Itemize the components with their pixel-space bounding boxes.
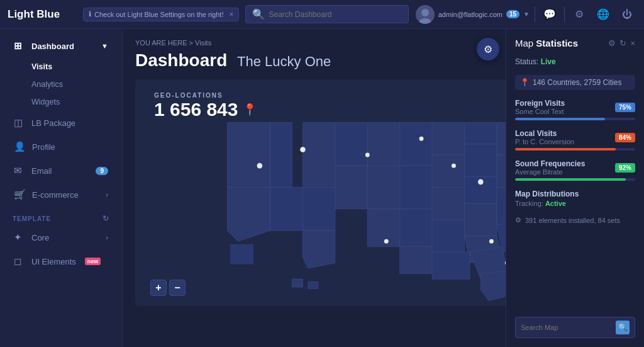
search-map-button[interactable]: 🔍	[616, 321, 630, 334]
installed-text: 391 elements installed, 84 sets	[525, 217, 620, 224]
svg-marker-6	[303, 123, 335, 188]
stat-foreign-pct: 75%	[615, 103, 635, 112]
ecommerce-icon: 🛒	[14, 189, 26, 200]
sidebar-item-profile[interactable]: 👤 Profile	[4, 135, 118, 158]
svg-marker-5	[270, 187, 303, 230]
svg-marker-20	[464, 144, 496, 176]
core-chevron-icon: ›	[106, 234, 108, 241]
sidebar-sub-visits[interactable]: Visits	[4, 59, 118, 75]
stat-foreign-info: Foreign Visits Some Cool Text	[515, 99, 565, 115]
svg-marker-21	[432, 187, 464, 219]
stat-row-sound-header: Sound Frequencies Average Bitrate 92%	[515, 159, 635, 176]
refresh-icon[interactable]: ↻	[103, 214, 109, 223]
stats-title-prefix: Map	[515, 38, 533, 48]
tracking-value: Active	[545, 200, 566, 207]
svg-marker-9	[303, 187, 335, 230]
geo-overlay: GEO-LOCATIONS 1 656 843 📍	[154, 92, 257, 120]
ecommerce-chevron-icon: ›	[106, 191, 108, 198]
sidebar-item-dashboard[interactable]: ⊞ Dashboard ▼	[4, 35, 118, 57]
tracking-label: Tracking:	[515, 200, 543, 207]
svg-point-46	[384, 239, 388, 244]
nav-separator-1	[535, 7, 535, 22]
sidebar-item-core[interactable]: ✦ Core ›	[4, 226, 118, 249]
svg-marker-8	[335, 166, 367, 209]
stat-sound-title: Sound Frequencies	[515, 159, 585, 168]
stat-foreign-sub: Some Cool Text	[515, 108, 565, 115]
stats-title: Map Statistics	[515, 38, 578, 48]
search-input[interactable]	[269, 10, 402, 19]
info-icon: ℹ	[89, 10, 91, 18]
search-map-input[interactable]	[521, 324, 612, 331]
map-zoom-out-button[interactable]: −	[169, 280, 186, 296]
tracking-status: Tracking: Active	[515, 200, 635, 207]
stat-local-title: Local Visits	[515, 129, 574, 138]
template-section: TEMPLATE ↻	[0, 207, 122, 225]
geo-label: GEO-LOCATIONS	[154, 92, 257, 99]
geo-count: 1 656 843 📍	[154, 99, 257, 120]
page-subtitle: The Lucky One	[237, 54, 331, 69]
dashboard-icon: ⊞	[14, 40, 25, 52]
power-button[interactable]: ⏻	[618, 5, 636, 24]
stat-row-foreign-header: Foreign Visits Some Cool Text 75%	[515, 99, 635, 115]
float-settings-button[interactable]: ⚙	[477, 38, 499, 60]
chevron-down-icon: ▼	[523, 11, 530, 18]
settings-button[interactable]: ⚙	[570, 5, 589, 24]
sidebar-item-email[interactable]: ✉ Email 9	[4, 159, 118, 182]
svg-marker-24	[432, 220, 464, 252]
ui-icon: ◻	[14, 256, 25, 267]
main-layout: ⊞ Dashboard ▼ Visits Analytics Widgets ◫…	[0, 29, 644, 347]
stat-distributions: Map Distributions Tracking: Active	[515, 190, 635, 207]
stat-row-local-header: Local Visits P. to C. Conversion 84%	[515, 129, 635, 145]
svg-marker-12	[399, 123, 431, 166]
stats-close-icon[interactable]: ×	[630, 38, 635, 48]
location-text: 146 Countries, 2759 Cities	[533, 78, 621, 87]
sidebar-item-lb-package[interactable]: ◫ LB Package	[4, 111, 118, 134]
chevron-icon: ▼	[101, 42, 108, 50]
sidebar-sub-widgets[interactable]: Widgets	[4, 94, 118, 110]
profile-icon: 👤	[14, 141, 26, 152]
globe-button[interactable]: 🌐	[594, 5, 613, 24]
stats-title-suffix: Statistics	[536, 38, 578, 48]
stats-refresh-icon[interactable]: ↻	[619, 38, 626, 48]
svg-marker-4	[227, 187, 270, 241]
chat-button[interactable]: 💬	[540, 5, 559, 24]
svg-marker-13	[367, 166, 399, 209]
map-zoom-in-button[interactable]: +	[150, 280, 167, 296]
svg-point-38	[257, 163, 262, 169]
top-search-bar: 🔍	[245, 5, 409, 23]
sidebar-item-ui-elements[interactable]: ◻ UI Elements new	[4, 250, 118, 273]
sidebar-label-email: Email	[31, 166, 52, 176]
svg-marker-2	[227, 123, 270, 188]
page-title-main: Dashboard	[135, 50, 227, 70]
svg-point-1	[419, 18, 431, 24]
svg-point-0	[421, 9, 429, 16]
svg-point-42	[452, 164, 456, 168]
close-banner-button[interactable]: ×	[229, 10, 233, 19]
svg-marker-15	[367, 209, 399, 247]
info-text: Check out Light Blue Settings on the rig…	[94, 11, 223, 18]
stat-status: Status: Live	[515, 57, 635, 66]
svg-marker-23	[399, 247, 431, 274]
geo-count-value: 1 656 843	[154, 99, 238, 120]
stat-local-sub: P. to C. Conversion	[515, 138, 574, 145]
sidebar-label-core: Core	[31, 233, 49, 242]
sidebar: ⊞ Dashboard ▼ Visits Analytics Widgets ◫…	[0, 29, 123, 347]
stat-local-bar-bg	[515, 148, 635, 151]
svg-marker-36	[292, 279, 303, 287]
sidebar-item-ecommerce[interactable]: 🛒 E-commerce ›	[4, 183, 118, 206]
svg-marker-35	[230, 244, 253, 264]
stat-foreign-title: Foreign Visits	[515, 99, 565, 108]
stat-location: 📍 146 Countries, 2759 Cities	[515, 75, 635, 90]
stat-installed: ⚙ 391 elements installed, 84 sets	[515, 216, 635, 224]
user-menu[interactable]: admin@flatlogic.com 15 ▼	[416, 5, 530, 24]
sidebar-label-dashboard: Dashboard	[31, 42, 74, 51]
svg-marker-14	[399, 166, 431, 209]
stat-sound-bar	[515, 178, 626, 181]
map-controls: + −	[150, 280, 186, 296]
stats-settings-icon[interactable]: ⚙	[608, 38, 616, 48]
sidebar-label-lb-package: LB Package	[31, 118, 75, 128]
stats-actions: ⚙ ↻ ×	[608, 38, 635, 48]
sidebar-sub-analytics[interactable]: Analytics	[4, 76, 118, 93]
nav-separator-2	[564, 7, 565, 22]
svg-marker-10	[303, 230, 335, 268]
